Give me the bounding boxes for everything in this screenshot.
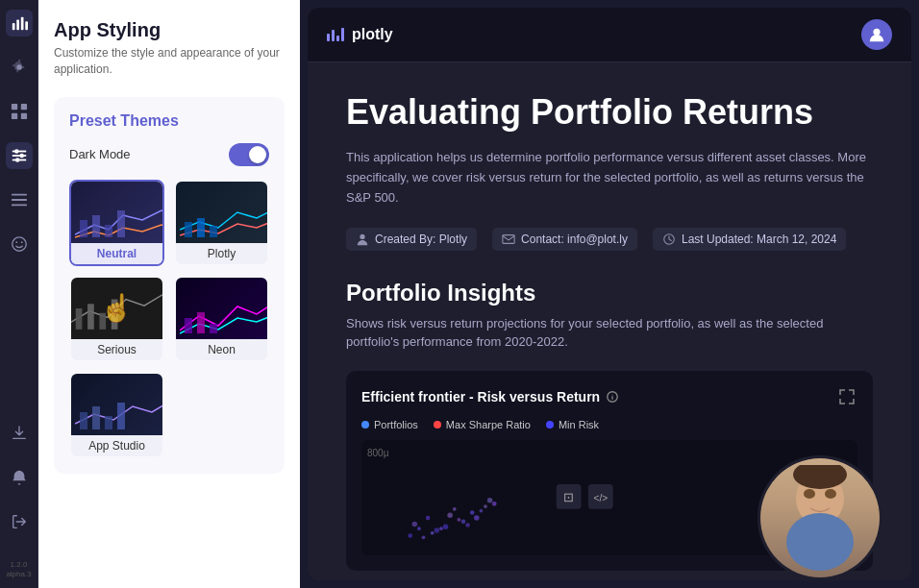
svg-rect-32	[185, 318, 192, 333]
svg-point-44	[412, 521, 418, 527]
icon-list[interactable]	[6, 186, 33, 213]
svg-rect-8	[20, 113, 26, 119]
svg-point-60	[417, 527, 421, 530]
svg-rect-2	[20, 17, 23, 31]
app-preview: plotly Evaluating Portfolio Returns This…	[308, 8, 911, 580]
theme-appstudio[interactable]: App Studio	[69, 372, 164, 458]
icon-sliders[interactable]	[6, 142, 33, 169]
svg-point-55	[453, 507, 457, 511]
meta-contact-text: Contact: info@plot.ly	[521, 233, 628, 246]
icon-face[interactable]	[6, 231, 33, 257]
svg-point-70	[804, 489, 815, 499]
section-heading: Portfolio Insights	[346, 280, 873, 306]
svg-text:</>: </>	[593, 492, 608, 502]
svg-point-47	[447, 512, 453, 518]
svg-rect-3	[25, 21, 28, 30]
svg-rect-16	[11, 199, 26, 201]
section-desc: Shows risk versus return projections for…	[346, 314, 873, 352]
svg-point-49	[431, 530, 435, 534]
svg-rect-21	[80, 220, 87, 237]
legend-label-portfolios: Portfolios	[374, 419, 418, 430]
svg-rect-15	[11, 194, 26, 196]
theme-plotly-label: Plotly	[176, 243, 267, 264]
svg-point-59	[408, 533, 412, 538]
svg-rect-17	[11, 205, 26, 207]
icon-bell[interactable]	[6, 464, 33, 491]
preview-header: plotly	[308, 8, 911, 62]
icon-gear[interactable]	[6, 54, 33, 81]
svg-point-46	[439, 527, 443, 530]
theme-plotly[interactable]: Plotly	[174, 180, 269, 266]
svg-point-18	[12, 237, 25, 251]
theme-serious[interactable]: ☝ Serious	[69, 276, 164, 362]
legend-dot-portfolios	[361, 421, 369, 429]
svg-point-53	[422, 535, 426, 539]
svg-text:⊡: ⊡	[563, 489, 574, 503]
icon-bar: 1.2.0 alpha.3	[0, 0, 38, 588]
theme-neon[interactable]: Neon	[174, 276, 269, 362]
svg-point-71	[825, 489, 836, 499]
svg-point-45	[426, 515, 431, 520]
svg-point-52	[470, 510, 475, 515]
svg-rect-41	[503, 234, 514, 243]
user-avatar[interactable]	[861, 19, 892, 50]
dark-mode-label: Dark Mode	[69, 147, 131, 161]
icon-grid[interactable]	[6, 98, 33, 125]
svg-rect-22	[92, 215, 100, 237]
icon-exit[interactable]	[6, 508, 33, 535]
expand-icon[interactable]	[836, 386, 857, 407]
svg-point-69	[786, 513, 854, 571]
version-sub-label: alpha.3	[6, 570, 31, 578]
main-content: plotly Evaluating Portfolio Returns This…	[300, 0, 919, 588]
legend-min-risk: Min Risk	[546, 419, 599, 430]
svg-rect-37	[105, 416, 112, 429]
logo-text: plotly	[352, 26, 393, 43]
preview-meta: Created By: Plotly Contact: info@plot.ly…	[346, 228, 873, 251]
preview-body: Evaluating Portfolio Returns This applic…	[308, 62, 911, 580]
svg-point-56	[465, 523, 470, 527]
svg-point-39	[873, 29, 880, 36]
chart-title: Efficient frontier - Risk versus Return	[361, 389, 619, 404]
chart-container: Efficient frontier - Risk versus Return	[346, 371, 873, 571]
dark-mode-row: Dark Mode	[69, 143, 269, 166]
svg-point-61	[487, 497, 493, 502]
legend-label-risk: Min Risk	[559, 419, 599, 430]
person-overlay	[758, 455, 882, 580]
svg-rect-25	[185, 222, 192, 237]
svg-rect-35	[80, 412, 87, 429]
svg-point-62	[480, 508, 484, 512]
svg-rect-6	[20, 104, 26, 110]
icon-download[interactable]	[6, 420, 33, 447]
info-icon	[606, 390, 619, 404]
person-face	[777, 465, 863, 571]
themes-grid: Neutral Plotly	[69, 180, 269, 458]
logo-icon	[327, 28, 344, 41]
legend-dot-risk	[546, 421, 554, 429]
theme-neutral[interactable]: Neutral	[69, 180, 164, 266]
svg-rect-24	[117, 210, 125, 237]
preview-title: Evaluating Portfolio Returns	[346, 91, 873, 133]
svg-rect-5	[11, 104, 16, 110]
svg-point-19	[15, 241, 17, 243]
svg-point-57	[474, 515, 480, 521]
svg-point-14	[14, 158, 19, 162]
theme-neutral-label: Neutral	[71, 243, 162, 264]
svg-point-12	[14, 149, 18, 154]
meta-contact: Contact: info@plot.ly	[492, 228, 637, 251]
meta-updated: Last Updated: March 12, 2024	[653, 228, 846, 251]
sidebar: App Styling Customize the style and appe…	[38, 0, 300, 588]
theme-neon-label: Neon	[176, 339, 267, 360]
dark-mode-toggle[interactable]	[229, 143, 269, 166]
svg-point-54	[435, 527, 440, 533]
svg-rect-7	[11, 113, 16, 119]
sidebar-title: App Styling	[54, 19, 285, 41]
svg-point-20	[20, 241, 22, 243]
theme-serious-label: Serious	[71, 339, 162, 360]
svg-point-13	[19, 154, 24, 159]
svg-point-48	[461, 519, 466, 524]
svg-rect-23	[105, 225, 112, 237]
svg-rect-34	[210, 324, 217, 333]
svg-point-63	[492, 502, 497, 506]
icon-analytics[interactable]	[6, 10, 33, 37]
sidebar-subtitle: Customize the style and appearance of yo…	[54, 45, 285, 78]
